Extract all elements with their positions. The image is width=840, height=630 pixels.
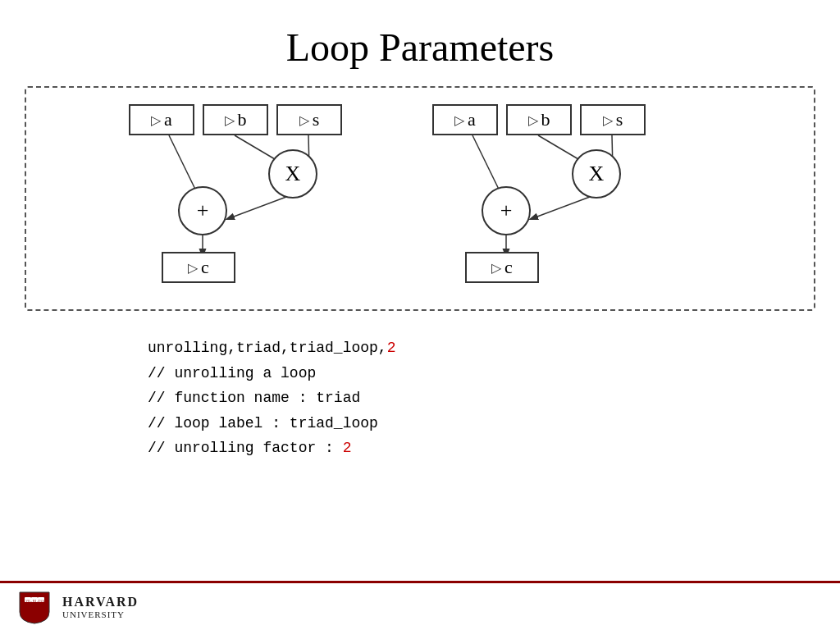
code-line-5: // unrolling factor : 2 (148, 436, 840, 461)
diagram-container: a b s (25, 86, 815, 311)
code-line-1: unrolling,triad,triad_loop,2 (148, 336, 840, 361)
code-highlight-1: 2 (387, 340, 396, 356)
x-node-2: X (572, 149, 621, 199)
loop-instance-1: a b s (129, 104, 408, 293)
input-s-2: s (580, 104, 646, 135)
plus-node-1: + (178, 186, 227, 235)
x-node-1: X (268, 149, 317, 199)
input-a-2: a (432, 104, 498, 135)
svg-text:TAS: TAS (38, 599, 43, 603)
output-c-1: c (162, 252, 235, 283)
university-name: HARVARD (62, 595, 139, 609)
svg-line-3 (227, 194, 293, 219)
harvard-text: HARVARD UNIVERSITY (62, 595, 139, 619)
input-a-1: a (129, 104, 194, 135)
code-line-2: // unrolling a loop (148, 361, 840, 386)
output-c-2: c (465, 252, 539, 283)
inputs-row-2: a b s (432, 104, 646, 135)
footer: VE RI TAS HARVARD UNIVERSITY (0, 581, 840, 630)
university-sub: UNIVERSITY (62, 609, 139, 619)
inputs-row-1: a b s (129, 104, 342, 135)
loop-instance-2: a b s + (432, 104, 711, 293)
input-b-2: b (506, 104, 572, 135)
svg-text:VE: VE (25, 599, 30, 603)
code-line-4: // loop label : triad_loop (148, 411, 840, 436)
input-b-1: b (203, 104, 268, 135)
harvard-shield: VE RI TAS (16, 589, 52, 625)
diagram-instances: a b s (129, 104, 711, 293)
svg-line-8 (531, 194, 596, 219)
input-s-1: s (276, 104, 342, 135)
code-highlight-2: 2 (343, 440, 352, 456)
svg-text:RI: RI (33, 599, 37, 603)
code-line-3: // function name : triad (148, 386, 840, 411)
code-section: unrolling,triad,triad_loop,2 // unrollin… (148, 336, 840, 461)
page-title: Loop Parameters (0, 0, 840, 86)
plus-node-2: + (482, 186, 531, 235)
